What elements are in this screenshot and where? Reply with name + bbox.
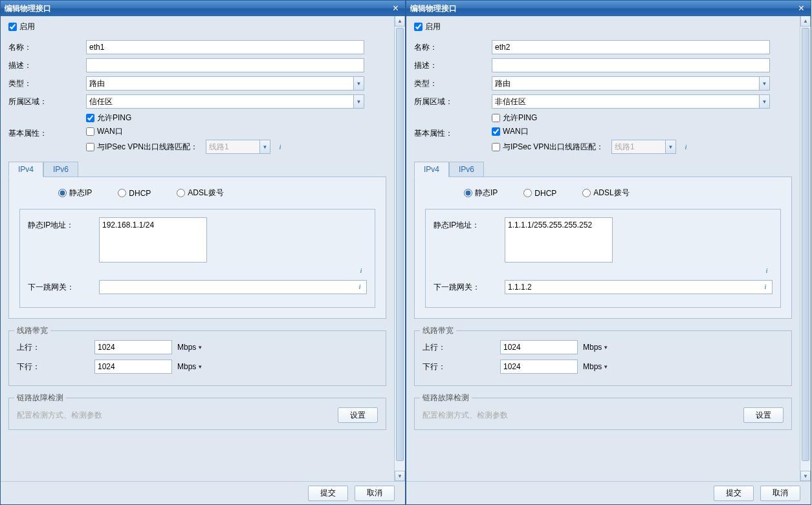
gateway-label: 下一跳网关： [28,282,99,293]
ipsec-line-combo[interactable]: ▼ [611,140,676,154]
wan-checkbox[interactable] [86,127,94,136]
static-ip-box: 静态IP地址： i 下一跳网关： i [425,209,781,308]
link-detect-settings-button[interactable]: 设置 [338,407,378,423]
downstream-label: 下行： [422,361,500,372]
tab-ipv4[interactable]: IPv4 [414,162,449,177]
desc-input[interactable] [86,58,364,72]
tab-ipv6[interactable]: IPv6 [449,162,484,177]
wan-label: WAN口 [503,126,529,137]
gateway-row: 下一跳网关： i [28,280,367,294]
scroll-thumb[interactable] [396,28,404,461]
type-combo-input[interactable] [492,76,770,91]
info-icon[interactable]: i [357,266,366,275]
ipsec-checkbox[interactable] [86,143,94,151]
static-ip-textarea[interactable] [99,217,207,263]
link-detect-text: 配置检测方式、检测参数 [17,410,338,421]
scroll-down-icon[interactable]: ▼ [800,471,811,481]
link-detect-text: 配置检测方式、检测参数 [422,410,743,421]
downstream-input[interactable] [500,360,578,374]
vertical-scrollbar[interactable]: ▲ ▼ [800,16,811,481]
upstream-unit-dropdown[interactable]: Mbps▼ [177,343,203,352]
type-combo[interactable]: ▼ [86,76,364,91]
tab-ipv4[interactable]: IPv4 [8,162,43,177]
radio-adsl[interactable]: ADSL拨号 [177,188,223,199]
close-icon[interactable]: × [796,3,807,14]
wan-checkbox[interactable] [492,127,500,136]
info-icon[interactable]: i [355,282,364,291]
enable-checkbox[interactable] [414,23,422,31]
bandwidth-fieldset: 线路带宽 上行： Mbps▼ 下行： Mbps▼ [414,330,792,386]
downstream-input[interactable] [94,360,172,374]
ipsec-check-line: 与IPSec VPN出口线路匹配： ▼ i [86,140,386,154]
link-detect-settings-button[interactable]: 设置 [743,407,784,423]
cancel-button[interactable]: 取消 [355,486,395,501]
info-icon[interactable]: i [276,142,285,151]
ping-check-line[interactable]: 允许PING [86,113,386,124]
chevron-down-icon[interactable]: ▼ [665,140,675,153]
tab-ipv6[interactable]: IPv6 [43,162,78,177]
upstream-input[interactable] [94,340,172,354]
radio-adsl[interactable]: ADSL拨号 [582,188,629,199]
chevron-down-icon[interactable]: ▼ [759,77,769,90]
scroll-thumb[interactable] [802,28,809,461]
basic-label: 基本属性： [414,128,492,139]
gateway-input[interactable] [99,280,367,294]
vertical-scrollbar[interactable]: ▲ ▼ [394,16,405,481]
ipsec-checkbox[interactable] [492,143,500,151]
cancel-button[interactable]: 取消 [760,486,800,501]
info-icon[interactable]: i [681,142,690,151]
desc-input[interactable] [492,58,770,72]
caret-down-icon: ▼ [603,364,608,370]
zone-combo[interactable]: ▼ [492,94,770,109]
info-icon[interactable]: i [762,266,771,275]
type-combo[interactable]: ▼ [492,76,770,91]
close-icon[interactable]: × [390,3,401,14]
ping-check-line[interactable]: 允许PING [492,113,792,124]
downstream-unit-dropdown[interactable]: Mbps▼ [583,362,608,371]
wan-check-line[interactable]: WAN口 [86,126,386,137]
chevron-down-icon[interactable]: ▼ [259,140,270,153]
ping-checkbox[interactable] [492,114,500,122]
zone-combo-input[interactable] [86,94,364,109]
static-ip-row: 静态IP地址： i [433,217,773,275]
link-detect-fieldset: 链路故障检测 配置检测方式、检测参数 设置 [8,398,386,430]
chevron-down-icon[interactable]: ▼ [759,95,769,108]
scroll-down-icon[interactable]: ▼ [395,471,405,481]
ipv4-panel: 静态IP DHCP ADSL拨号 静态IP地址： i 下一跳网关： [8,177,386,319]
ipsec-line-combo[interactable]: ▼ [206,140,270,154]
enable-checkbox[interactable] [8,23,17,31]
radio-static[interactable]: 静态IP [58,188,92,199]
caret-down-icon: ▼ [603,345,608,350]
radio-dhcp[interactable]: DHCP [523,188,556,199]
downstream-unit-dropdown[interactable]: Mbps▼ [177,362,203,371]
enable-label: 启用 [19,21,35,32]
chevron-down-icon[interactable]: ▼ [353,77,364,90]
static-ip-textarea[interactable] [505,217,613,263]
dialog-footer: 提交 取消 [1,481,405,504]
upstream-label: 上行： [17,342,94,353]
bandwidth-legend: 线路带宽 [420,325,456,336]
static-ip-label: 静态IP地址： [28,217,99,231]
upstream-label: 上行： [422,342,500,353]
chevron-down-icon[interactable]: ▼ [353,95,364,108]
content-area: 启用 名称： 描述： 类型： ▼ 所属区域： [1,16,394,481]
radio-dhcp[interactable]: DHCP [118,188,151,199]
gateway-input[interactable] [505,280,773,294]
type-combo-input[interactable] [86,76,364,91]
radio-static[interactable]: 静态IP [464,188,498,199]
downstream-label: 下行： [17,361,94,372]
scroll-up-icon[interactable]: ▲ [395,16,405,27]
submit-button[interactable]: 提交 [714,486,754,501]
submit-button[interactable]: 提交 [308,486,348,501]
type-label: 类型： [414,78,492,89]
upstream-input[interactable] [500,340,578,354]
info-icon[interactable]: i [761,282,770,291]
ping-checkbox[interactable] [86,114,94,122]
name-input[interactable] [86,40,364,54]
zone-combo[interactable]: ▼ [86,94,364,109]
scroll-up-icon[interactable]: ▲ [800,16,811,27]
name-input[interactable] [492,40,770,54]
zone-combo-input[interactable] [492,94,770,109]
wan-check-line[interactable]: WAN口 [492,126,792,137]
upstream-unit-dropdown[interactable]: Mbps▼ [583,343,608,352]
